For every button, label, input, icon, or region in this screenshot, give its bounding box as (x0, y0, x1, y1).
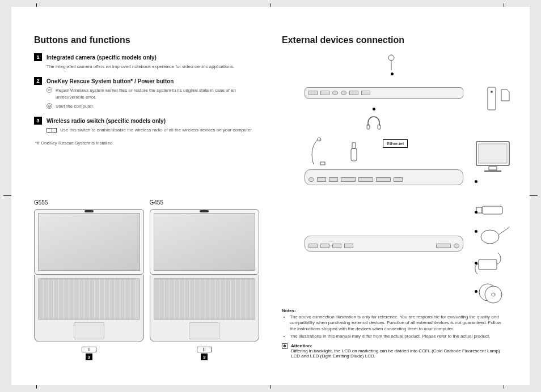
model-label-g455: G455 (150, 199, 260, 206)
svg-point-0 (388, 55, 394, 61)
svg-point-20 (485, 286, 502, 303)
callout-dot (391, 73, 394, 75)
usb-drive-icon (476, 205, 504, 215)
ac-adapter-icon (473, 252, 502, 276)
note-2: The illustrations in this manual may dif… (290, 334, 507, 339)
item-3-line-1: Use this switch to enable/disable the wi… (60, 127, 253, 134)
manual-page: Buttons and functions 1 Integrated camer… (11, 7, 530, 385)
lock-cable-icon (310, 137, 326, 165)
item-3: 3 Wireless radio switch (specific models… (34, 117, 259, 134)
attention-heading: Attention: (291, 343, 312, 348)
callout-number-3-under: 3 (86, 353, 92, 360)
memory-card-icon (500, 88, 510, 102)
laptop-front-view (305, 87, 463, 99)
callout-number-3: 3 (34, 117, 42, 125)
camera-icon (200, 210, 209, 212)
optical-disc-icon (477, 282, 502, 302)
item-1: 1 Integrated camera (specific models onl… (34, 53, 259, 70)
item-2-line-1: Repair Windows system kernel files or re… (56, 87, 259, 101)
svg-point-16 (481, 230, 499, 244)
mouse-icon (479, 224, 510, 245)
note-1: The above connection illustration is onl… (290, 314, 507, 332)
svg-point-9 (491, 91, 493, 93)
power-icon: ⏻ (47, 103, 52, 109)
microphone-icon (386, 54, 396, 71)
notes-heading: Notes: (282, 308, 296, 313)
item-2: 2 OneKey Rescue System button* / Power b… (34, 77, 259, 110)
callout-dot (475, 262, 477, 265)
headphones-icon (366, 114, 382, 130)
svg-rect-15 (482, 206, 502, 214)
svg-rect-17 (479, 259, 497, 270)
item-2-title: OneKey Rescue System button* / Power but… (47, 78, 174, 84)
laptop-rear-view (305, 169, 463, 185)
callout-dot (475, 230, 477, 233)
notes-section: Notes: The above connection illustration… (282, 308, 507, 359)
callout-number-2: 2 (34, 77, 42, 85)
ethernet-label: Ethernet (383, 139, 408, 148)
svg-rect-6 (352, 143, 356, 148)
callout-number-3-under: 3 (201, 353, 208, 360)
callout-number-1: 1 (34, 53, 42, 61)
right-column: External devices connection Ethernet (282, 35, 507, 363)
wireless-switch-icon (197, 347, 212, 352)
svg-rect-11 (479, 144, 507, 163)
monitor-icon (475, 140, 510, 173)
onekey-icon: ⟳ (47, 87, 52, 93)
callout-dot (475, 211, 477, 214)
callout-dot (373, 108, 375, 110)
svg-rect-7 (351, 148, 357, 161)
laptop-side-view (305, 236, 463, 252)
wireless-switch-icon (82, 347, 96, 352)
heading-external-devices: External devices connection (282, 35, 507, 45)
laptop-g555-illustration (34, 209, 144, 342)
svg-rect-5 (320, 162, 325, 165)
laptop-g455-illustration (150, 209, 260, 342)
left-column: Buttons and functions 1 Integrated camer… (34, 35, 259, 363)
laptop-illustrations: G555 3 G455 (34, 199, 259, 360)
wireless-switch-icon (47, 128, 57, 133)
attention-text: Differing in backlight, the LCD on marke… (291, 348, 507, 359)
footnote: *If OneKey Rescue System is installed. (34, 140, 259, 146)
item-1-title: Integrated camera (specific models only) (47, 54, 157, 61)
item-2-line-2: Start the computer. (56, 103, 94, 110)
audio-jack-icon (350, 143, 358, 162)
callout-dot (475, 180, 477, 183)
model-label-g555: G555 (34, 199, 144, 206)
heading-buttons-functions: Buttons and functions (34, 35, 259, 45)
remote-icon (487, 86, 497, 111)
connection-diagram: Ethernet (282, 53, 507, 302)
item-1-text: The integrated camera offers an improved… (47, 63, 259, 70)
item-3-title: Wireless radio switch (specific models o… (47, 118, 166, 124)
camera-icon (84, 210, 94, 212)
attention-icon: ✱ (282, 343, 288, 349)
callout-dot (475, 290, 477, 293)
svg-rect-12 (489, 167, 497, 170)
